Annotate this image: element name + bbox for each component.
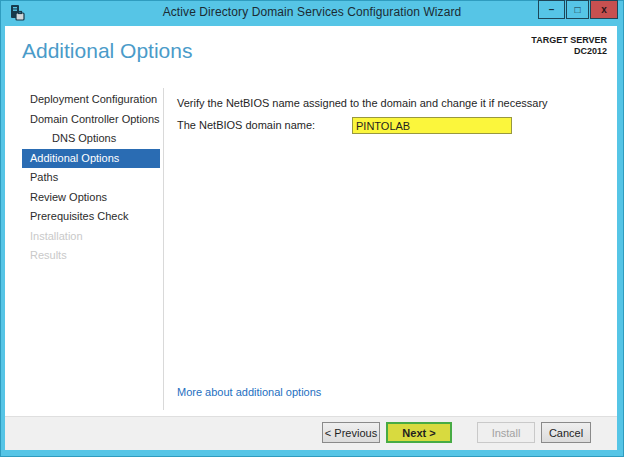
- minimize-button[interactable]: –: [538, 0, 565, 19]
- nav-item-additional-options[interactable]: Additional Options: [22, 149, 160, 169]
- cancel-button[interactable]: Cancel: [541, 422, 591, 443]
- nav-item-deployment-configuration[interactable]: Deployment Configuration: [5, 90, 163, 110]
- maximize-button[interactable]: □: [566, 0, 589, 19]
- next-button[interactable]: Next >: [386, 422, 452, 443]
- window-title: Active Directory Domain Services Configu…: [0, 5, 624, 19]
- title-bar: Active Directory Domain Services Configu…: [0, 0, 624, 26]
- nav-item-results: Results: [5, 246, 163, 266]
- target-server-name: DC2012: [531, 46, 607, 57]
- sidebar-divider: [163, 88, 164, 410]
- caption-buttons: – □ x: [537, 0, 618, 19]
- wizard-steps-nav: Deployment Configuration Domain Controll…: [5, 90, 163, 266]
- netbios-name-input[interactable]: [352, 117, 512, 134]
- nav-item-review-options[interactable]: Review Options: [5, 188, 163, 208]
- footer-button-bar: < Previous Next > Install Cancel: [5, 416, 617, 450]
- instruction-text: Verify the NetBIOS name assigned to the …: [177, 97, 548, 109]
- target-server-info: TARGET SERVER DC2012: [531, 35, 607, 57]
- install-button: Install: [477, 422, 535, 443]
- nav-item-prerequisites-check[interactable]: Prerequisites Check: [5, 207, 163, 227]
- netbios-name-label: The NetBIOS domain name:: [177, 119, 315, 131]
- nav-item-paths[interactable]: Paths: [5, 168, 163, 188]
- more-about-additional-options-link[interactable]: More about additional options: [177, 386, 321, 398]
- wizard-window: Active Directory Domain Services Configu…: [0, 0, 624, 457]
- nav-item-installation: Installation: [5, 227, 163, 247]
- close-button[interactable]: x: [590, 0, 618, 19]
- previous-button[interactable]: < Previous: [322, 422, 380, 443]
- page-title: Additional Options: [22, 39, 192, 63]
- wizard-content: Additional Options TARGET SERVER DC2012 …: [5, 26, 617, 450]
- nav-item-dns-options[interactable]: DNS Options: [5, 129, 163, 149]
- target-server-label: TARGET SERVER: [531, 35, 607, 46]
- nav-item-domain-controller-options[interactable]: Domain Controller Options: [5, 110, 163, 130]
